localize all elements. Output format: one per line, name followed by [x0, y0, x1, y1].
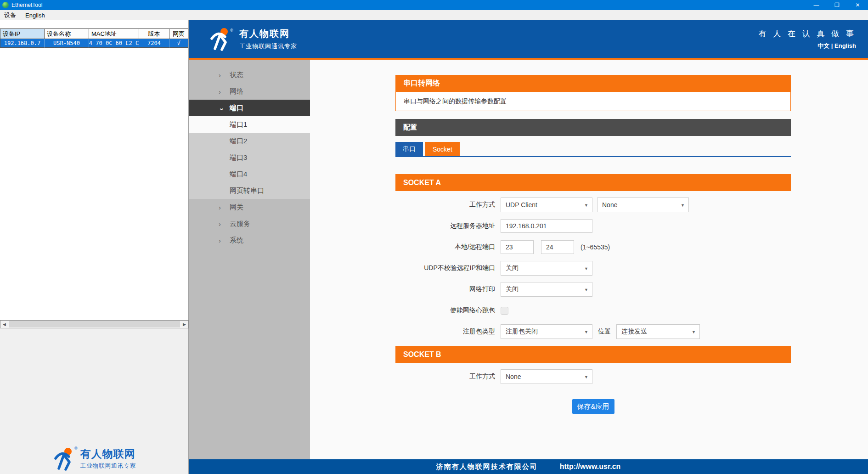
device-name-cell: USR-N540 [45, 39, 89, 48]
save-apply-button[interactable]: 保存&应用 [572, 399, 614, 414]
socket-b-title: SOCKET B [395, 346, 791, 363]
udp-check-row: UDP不校验远程IP和端口 关闭 [395, 261, 791, 276]
remote-port-field[interactable] [541, 240, 574, 254]
horizontal-scrollbar[interactable]: ◄ ► [0, 320, 189, 328]
sidebar-item-status[interactable]: › 状态 [189, 67, 310, 83]
sidebar-item-port4[interactable]: 端口4 [189, 166, 310, 182]
udp-check-select[interactable]: 关闭 [501, 261, 592, 276]
udp-check-value: 关闭 [506, 264, 519, 272]
page-title: 串口转网络 [395, 75, 791, 92]
footer-url[interactable]: http://www.usr.cn [560, 463, 621, 471]
sidebar-item-web-to-serial[interactable]: 网页转串口 [189, 182, 310, 199]
net-print-row: 网络打印 关闭 [395, 282, 791, 297]
app-icon [2, 2, 9, 8]
position-select[interactable]: 连接发送 [616, 324, 700, 339]
brand-slogan: 工业物联网通讯专家 [239, 42, 297, 51]
remote-server-field[interactable] [501, 219, 592, 233]
socket-b-work-mode-value: None [506, 373, 521, 380]
position-label: 位置 [598, 327, 611, 336]
work-mode-row: 工作方式 UDP Client None [395, 198, 791, 212]
sidebar-item-port2[interactable]: 端口2 [189, 133, 310, 149]
brand-name: 有人物联网 [80, 447, 136, 461]
reg-packet-value: 注册包关闭 [506, 327, 538, 336]
brand-name: 有人物联网 [239, 28, 297, 40]
chevron-right-icon: › [219, 220, 230, 228]
sidebar-item-label: 端口4 [230, 170, 247, 179]
work-mode-label: 工作方式 [395, 201, 495, 209]
scroll-left-icon[interactable]: ◄ [0, 321, 8, 328]
heartbeat-row: 使能网络心跳包 [395, 303, 791, 318]
close-icon[interactable]: ✕ [847, 0, 868, 10]
ethernet-tool-window: EthernetTool — ❐ ✕ 设备 English 设备IP 设备名称 … [0, 0, 868, 474]
tab-socket[interactable]: Socket [425, 142, 460, 156]
device-ip-cell: 192.168.0.7 [0, 39, 45, 48]
column-header-web[interactable]: 网页 [169, 29, 188, 39]
sidebar-item-system[interactable]: › 系统 [189, 232, 310, 248]
basic-settings-area: 基础设置 IP地址类型: 静态IP ⌄ 模块静态IP 子网掩码 [0, 329, 188, 474]
sidebar-item-label: 网络 [230, 87, 243, 96]
device-web-link-icon[interactable]: √ [169, 39, 188, 48]
menu-bar: 设备 English [0, 10, 868, 20]
page-description: 串口与网络之间的数据传输参数配置 [395, 92, 791, 111]
sidebar-item-network[interactable]: › 网络 [189, 83, 310, 100]
sidebar-item-label: 端口 [230, 104, 243, 113]
menu-item-device[interactable]: 设备 [0, 10, 21, 20]
scroll-right-icon[interactable]: ► [180, 321, 188, 328]
net-print-value: 关闭 [506, 285, 519, 293]
column-header-version[interactable]: 版本 [139, 29, 169, 39]
chevron-right-icon: › [219, 71, 230, 79]
position-value: 连接发送 [621, 327, 647, 336]
local-port-field[interactable] [501, 240, 534, 254]
restore-icon[interactable]: ❐ [827, 0, 847, 10]
device-version-cell: 7204 [139, 39, 169, 48]
socket-b-work-mode-label: 工作方式 [395, 372, 495, 381]
ports-label: 本地/远程端口 [395, 243, 495, 251]
sidebar-item-gateway[interactable]: › 网关 [189, 199, 310, 215]
scrollbar-thumb[interactable] [9, 321, 180, 327]
minimize-icon[interactable]: — [806, 0, 827, 10]
sidebar-item-label: 网关 [230, 203, 243, 212]
socket-b-work-mode-select[interactable]: None [501, 369, 592, 384]
sidebar-item-port3[interactable]: 端口3 [189, 149, 310, 166]
work-mode-select[interactable]: UDP Client [501, 198, 592, 212]
registered-mark-icon: ® [230, 28, 233, 33]
sidebar-item-label: 端口1 [230, 120, 247, 129]
socket-b-work-mode-row: 工作方式 None [395, 369, 791, 384]
usr-person-icon [209, 27, 233, 51]
table-row[interactable]: 192.168.0.7 USR-N540 F4 70 0C 60 E2 C3 7… [0, 39, 188, 48]
sidebar-item-port[interactable]: ⌄ 端口 [189, 100, 310, 116]
header-motto: 有 人 在 认 真 做 事 [759, 28, 856, 39]
reg-packet-select[interactable]: 注册包关闭 [501, 324, 592, 339]
device-panel: 设备IP 设备名称 MAC地址 版本 网页 192.168.0.7 USR-N5… [0, 20, 189, 474]
tab-bar: 串口 Socket [395, 142, 791, 157]
reg-packet-label: 注册包类型 [395, 327, 495, 336]
ports-row: 本地/远程端口 (1~65535) [395, 240, 791, 254]
work-mode-extra-select[interactable]: None [597, 198, 689, 212]
web-footer: 济南有人物联网技术有限公司 http://www.usr.cn [189, 459, 868, 474]
sidebar-item-label: 端口3 [230, 153, 247, 162]
column-header-ip[interactable]: 设备IP [0, 29, 45, 39]
column-header-mac[interactable]: MAC地址 [89, 29, 139, 39]
language-switch[interactable]: 中文 | English [759, 42, 856, 50]
device-web-view: ® 有人物联网 工业物联网通讯专家 有 人 在 认 真 做 事 中文 | Eng… [189, 20, 868, 474]
tab-serial[interactable]: 串口 [395, 142, 423, 156]
device-mac-cell: F4 70 0C 60 E2 C3 [89, 39, 139, 48]
net-print-select[interactable]: 关闭 [501, 282, 592, 297]
usr-logo-header: ® 有人物联网 工业物联网通讯专家 [209, 27, 297, 51]
chevron-right-icon: › [219, 88, 230, 96]
menu-item-english[interactable]: English [21, 10, 50, 20]
title-bar: EthernetTool — ❐ ✕ [0, 0, 868, 10]
sidebar-item-label: 网页转串口 [230, 186, 264, 195]
sidebar-item-label: 端口2 [230, 137, 247, 146]
brand-slogan: 工业物联网通讯专家 [80, 462, 136, 470]
footer-company: 济南有人物联网技术有限公司 [436, 463, 538, 471]
window-title: EthernetTool [11, 2, 42, 8]
work-mode-extra-value: None [602, 201, 617, 209]
remote-server-row: 远程服务器地址 [395, 219, 791, 233]
column-header-name[interactable]: 设备名称 [45, 29, 89, 39]
sidebar-item-cloud[interactable]: › 云服务 [189, 215, 310, 232]
heartbeat-checkbox[interactable] [501, 307, 508, 315]
sidebar-item-port1[interactable]: 端口1 [189, 116, 310, 133]
usr-person-icon: ® [53, 447, 77, 473]
net-print-label: 网络打印 [395, 285, 495, 293]
